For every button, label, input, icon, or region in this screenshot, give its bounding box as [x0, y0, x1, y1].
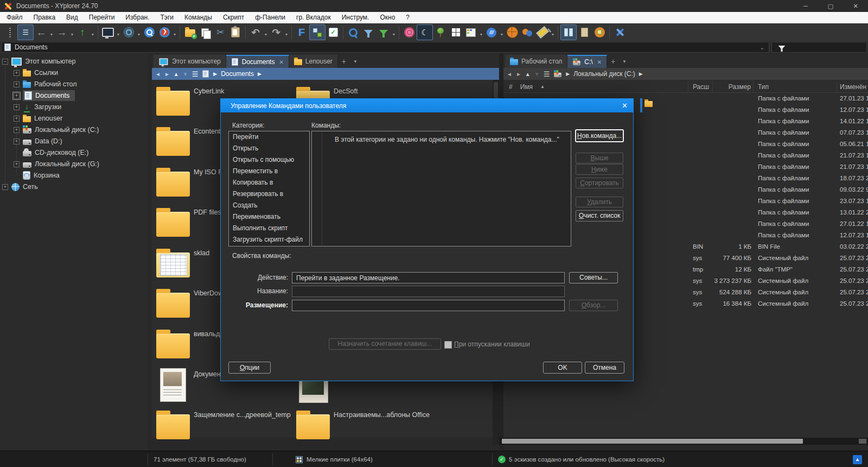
tile-office-templates[interactable]: Настраиваемы...аблоны Office: [296, 408, 330, 443]
dialog-title-bar[interactable]: Управление Командами пользователя: [221, 99, 633, 112]
breadcrumb-arrow-icon[interactable]: ▶: [258, 71, 261, 77]
basketball-icon[interactable]: [505, 25, 520, 40]
expander-icon[interactable]: +: [14, 104, 20, 110]
tree-item-documents[interactable]: + Documents: [14, 90, 75, 101]
delete-button[interactable]: Удалить: [576, 197, 623, 207]
report-icon[interactable]: [463, 25, 478, 40]
category-item[interactable]: Переименовать: [229, 211, 309, 223]
column-header-ext[interactable]: Расш: [688, 81, 713, 92]
menu-item[interactable]: Избран.: [120, 12, 155, 23]
tile-vivaldi[interactable]: вивальди: [156, 327, 190, 362]
dual-pane-icon[interactable]: [560, 24, 577, 40]
tips-button[interactable]: Советы...: [569, 272, 618, 283]
on-key-release-checkbox[interactable]: [444, 341, 452, 349]
breadcrumb-down-icon[interactable]: ▼: [534, 71, 540, 77]
expander-icon[interactable]: +: [14, 93, 20, 99]
maximize-button[interactable]: ▢: [818, 0, 843, 12]
tile-cyberlink[interactable]: CyberLink: [156, 84, 190, 119]
move-down-button[interactable]: Ниже: [576, 164, 623, 175]
system-dropdown-icon[interactable]: ▼: [116, 25, 121, 40]
column-header-modified[interactable]: Изменён: [837, 81, 868, 92]
breadcrumb-arrow-icon[interactable]: ▶: [639, 71, 643, 77]
expander-icon[interactable]: +: [14, 70, 20, 76]
quick-filter-icon[interactable]: [376, 25, 391, 40]
redo-dropdown-icon[interactable]: ▼: [284, 25, 289, 40]
menu-item[interactable]: Скрипт: [218, 12, 250, 23]
close-button[interactable]: ✕: [843, 0, 868, 12]
favorites-icon[interactable]: F: [294, 25, 309, 40]
scrollbar-thumb[interactable]: [502, 439, 803, 444]
search-icon[interactable]: [142, 25, 157, 40]
tab-drive-c[interactable]: C:\ ✕: [567, 55, 607, 68]
breadcrumb-arrow-icon[interactable]: ▶: [566, 71, 570, 77]
new-tab-button[interactable]: +: [338, 55, 350, 68]
expander-icon[interactable]: +: [2, 184, 8, 190]
new-folder-icon[interactable]: [182, 25, 197, 40]
category-item[interactable]: Создать: [229, 200, 309, 211]
menu-item[interactable]: ?: [400, 12, 415, 23]
up-dropdown-icon[interactable]: ▼: [90, 25, 95, 40]
menu-item[interactable]: Команды: [179, 12, 218, 23]
address-dropdown-icon[interactable]: ⌄: [760, 45, 764, 51]
tree-item-recycle-bin[interactable]: Корзина: [23, 170, 60, 181]
column-header-type[interactable]: Тип: [754, 81, 837, 92]
tags-dropdown-icon[interactable]: ▼: [499, 25, 505, 40]
name-field[interactable]: [292, 286, 565, 297]
expander-icon[interactable]: +: [14, 116, 20, 122]
redo-icon[interactable]: ↷: [269, 25, 284, 40]
tree-item-cd-drive[interactable]: CD-дисковод (E:): [23, 147, 88, 158]
breadcrumb-path[interactable]: Локальный диск (C:): [573, 70, 635, 78]
move-up-button[interactable]: Выше: [576, 153, 623, 163]
folder-tree-icon[interactable]: [309, 24, 326, 40]
tree-item-downloads[interactable]: + ↓ Загрузки: [14, 102, 61, 112]
breadcrumb-up-icon[interactable]: ▲: [525, 71, 531, 77]
tree-item-network[interactable]: + Сеть: [2, 181, 38, 192]
tree-item-drive-c[interactable]: + Локальный диск (C:): [14, 124, 99, 135]
tile-pdf-files[interactable]: PDF files: [156, 205, 190, 240]
tile-sklad[interactable]: sklad: [156, 246, 190, 281]
tab-documents[interactable]: Documents ✕: [226, 55, 289, 68]
up-icon[interactable]: ↑: [75, 25, 90, 40]
jump-icon[interactable]: [157, 25, 172, 40]
forward-dropdown-icon[interactable]: ▼: [69, 25, 75, 40]
clear-list-button[interactable]: Очист. список: [576, 210, 623, 222]
tile-viberdow[interactable]: ViberDow: [156, 286, 190, 321]
category-item[interactable]: Перейти: [229, 131, 309, 143]
category-item[interactable]: Загрузить скрипт-файл: [229, 234, 309, 245]
tile-my-iso[interactable]: My ISO F: [156, 165, 190, 200]
tools-icon[interactable]: [612, 25, 627, 40]
commands-list[interactable]: В этой категории не задано ни одной кома…: [311, 131, 571, 247]
tags-icon[interactable]: ///: [484, 25, 499, 40]
quick-filter-dropdown-icon[interactable]: ▼: [391, 25, 397, 40]
tab-close-icon[interactable]: ✕: [597, 59, 602, 65]
toolbar-grip-icon[interactable]: [2, 25, 17, 40]
tab-close-icon[interactable]: ✕: [279, 59, 283, 65]
menu-item[interactable]: Правка: [28, 12, 61, 23]
tree-item-desktop[interactable]: + Рабочий стол: [14, 79, 76, 90]
column-header-name[interactable]: # Имя ▲: [503, 81, 688, 92]
paint-roller-icon[interactable]: [535, 25, 550, 40]
goto-dropdown-icon[interactable]: ▼: [136, 25, 142, 40]
tile-zashchemlenie[interactable]: Защемление с...дреевой_temp: [156, 408, 190, 443]
category-item[interactable]: Копировать в: [229, 177, 309, 188]
copy-icon[interactable]: [197, 25, 213, 40]
view-mode-icon[interactable]: [296, 456, 303, 463]
paint-dropdown-icon[interactable]: ▼: [550, 25, 556, 40]
find-files-icon[interactable]: [346, 25, 361, 40]
back-dropdown-icon[interactable]: ▼: [49, 25, 54, 40]
system-icon[interactable]: [100, 25, 116, 40]
scroll-up-button[interactable]: ▲: [853, 455, 862, 464]
category-item[interactable]: Открыть с помощью: [229, 154, 309, 166]
back-icon[interactable]: ←: [34, 25, 49, 40]
breadcrumb-forward-icon[interactable]: ►: [516, 71, 521, 77]
jump-dropdown-icon[interactable]: ▼: [172, 25, 177, 40]
checkboxes-icon[interactable]: ✓: [326, 25, 341, 40]
dialog-close-icon[interactable]: ✕: [622, 99, 628, 112]
view-list-icon[interactable]: ☰: [17, 24, 34, 40]
expander-icon[interactable]: +: [14, 161, 20, 167]
breadcrumb-down-icon[interactable]: ▼: [183, 71, 188, 77]
breadcrumb-back-icon[interactable]: ◄: [155, 71, 161, 77]
right-pane-hscrollbar[interactable]: [499, 438, 868, 445]
menu-item[interactable]: Вид: [61, 12, 84, 23]
scrollbar-corner[interactable]: [859, 439, 866, 444]
